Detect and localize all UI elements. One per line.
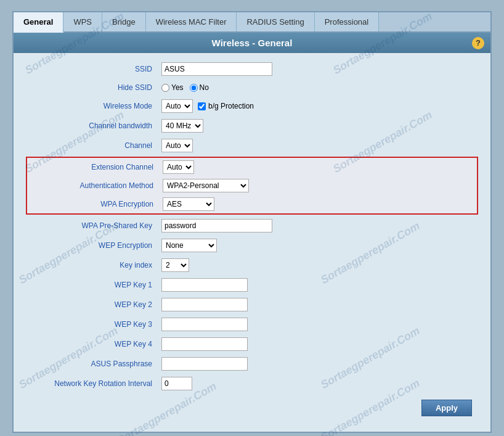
tab-general[interactable]: General bbox=[14, 12, 63, 33]
wep-key2-input[interactable] bbox=[161, 298, 248, 311]
wep-key1-input[interactable] bbox=[161, 278, 248, 292]
main-container: General WPS Bridge Wireless MAC Filter R… bbox=[12, 11, 492, 433]
wep-key2-label: WEP Key 2 bbox=[26, 300, 161, 309]
hide-ssid-no-text: No bbox=[200, 83, 209, 92]
bg-protection-text: b/g Protection bbox=[208, 102, 254, 110]
ssid-label: SSID bbox=[26, 65, 161, 73]
hide-ssid-label: Hide SSID bbox=[26, 83, 161, 92]
hide-ssid-yes-label[interactable]: Yes bbox=[161, 83, 184, 92]
channel-label: Channel bbox=[26, 141, 161, 150]
channel-bandwidth-control: 40 MHz 20 MHz bbox=[161, 119, 203, 133]
hide-ssid-yes-radio[interactable] bbox=[161, 84, 169, 92]
network-key-rotation-control bbox=[161, 377, 192, 390]
channel-bandwidth-row: Channel bandwidth 40 MHz 20 MHz bbox=[26, 116, 478, 136]
help-icon[interactable]: ? bbox=[472, 37, 484, 49]
wep-encryption-select[interactable]: None 64-bit 128-bit bbox=[161, 239, 217, 252]
tab-radius-setting[interactable]: RADIUS Setting bbox=[237, 12, 314, 31]
auth-method-control: WPA2-Personal Open System Shared Key WPA… bbox=[163, 179, 249, 192]
key-index-label: Key index bbox=[26, 261, 161, 269]
wep-key2-control bbox=[161, 298, 248, 311]
bg-protection-label[interactable]: b/g Protection bbox=[198, 102, 254, 110]
wep-key4-control bbox=[161, 337, 248, 351]
page-title: Wireless - General bbox=[212, 38, 293, 48]
wpa-preshared-key-control bbox=[161, 219, 272, 232]
hide-ssid-no-label[interactable]: No bbox=[190, 83, 209, 92]
wpa-encryption-select[interactable]: AES TKIP TKIP+AES bbox=[163, 197, 214, 211]
hide-ssid-no-radio[interactable] bbox=[190, 84, 198, 92]
apply-button[interactable]: Apply bbox=[421, 400, 472, 416]
auth-method-select[interactable]: WPA2-Personal Open System Shared Key WPA… bbox=[163, 179, 249, 192]
wpa-preshared-key-row: WPA Pre-Shared Key bbox=[26, 216, 478, 236]
asus-passphrase-label: ASUS Passphrase bbox=[26, 360, 161, 368]
key-index-row: Key index 2 1 3 4 bbox=[26, 255, 478, 275]
wep-key4-row: WEP Key 4 bbox=[26, 334, 478, 354]
network-key-rotation-label: Network Key Rotation Interval bbox=[26, 379, 161, 388]
wireless-mode-row: Wireless Mode Auto b/g Protection bbox=[26, 96, 478, 116]
extension-channel-control: Auto bbox=[163, 160, 194, 174]
hide-ssid-yes-text: Yes bbox=[171, 83, 184, 92]
channel-bandwidth-label: Channel bandwidth bbox=[26, 121, 161, 130]
hide-ssid-row: Hide SSID Yes No bbox=[26, 79, 478, 96]
wpa-encryption-row: WPA Encryption AES TKIP TKIP+AES bbox=[27, 195, 477, 213]
wep-key3-control bbox=[161, 318, 248, 331]
ssid-control bbox=[161, 62, 272, 76]
tab-wireless-mac-filter[interactable]: Wireless MAC Filter bbox=[146, 12, 237, 31]
content-area: SSID Hide SSID Yes No Wireless Mode bbox=[14, 53, 490, 432]
bg-protection-checkbox[interactable] bbox=[198, 102, 206, 110]
wpa-preshared-key-input[interactable] bbox=[161, 219, 272, 232]
tab-wps[interactable]: WPS bbox=[63, 12, 102, 31]
wep-key4-label: WEP Key 4 bbox=[26, 340, 161, 348]
tab-bridge[interactable]: Bridge bbox=[102, 12, 146, 31]
network-key-rotation-input[interactable] bbox=[161, 377, 192, 390]
wpa-preshared-key-label: WPA Pre-Shared Key bbox=[26, 221, 161, 230]
extension-channel-row: Extension Channel Auto bbox=[27, 158, 477, 176]
channel-row: Channel Auto bbox=[26, 136, 478, 155]
wep-key3-row: WEP Key 3 bbox=[26, 315, 478, 334]
wpa-encryption-control: AES TKIP TKIP+AES bbox=[163, 197, 214, 211]
asus-passphrase-input[interactable] bbox=[161, 357, 248, 371]
network-key-rotation-row: Network Key Rotation Interval bbox=[26, 374, 478, 393]
auth-method-label: Authentication Method bbox=[27, 181, 163, 190]
wpa-encryption-label: WPA Encryption bbox=[27, 200, 163, 208]
hide-ssid-control: Yes No bbox=[161, 83, 209, 92]
ssid-input[interactable] bbox=[161, 62, 272, 76]
wep-key2-row: WEP Key 2 bbox=[26, 295, 478, 315]
tab-bar: General WPS Bridge Wireless MAC Filter R… bbox=[14, 12, 490, 33]
wep-key1-label: WEP Key 1 bbox=[26, 281, 161, 289]
wep-key1-control bbox=[161, 278, 248, 292]
extension-channel-select[interactable]: Auto bbox=[163, 160, 194, 174]
tab-professional[interactable]: Professional bbox=[315, 12, 380, 31]
ssid-row: SSID bbox=[26, 59, 478, 79]
channel-select[interactable]: Auto bbox=[161, 139, 193, 152]
asus-passphrase-control bbox=[161, 357, 248, 371]
wep-key3-label: WEP Key 3 bbox=[26, 320, 161, 329]
channel-control: Auto bbox=[161, 139, 193, 152]
button-area: Apply bbox=[26, 393, 478, 419]
wep-key1-row: WEP Key 1 bbox=[26, 275, 478, 295]
asus-passphrase-row: ASUS Passphrase bbox=[26, 354, 478, 374]
highlighted-section: Extension Channel Auto Authentication Me… bbox=[26, 157, 478, 215]
wireless-mode-label: Wireless Mode bbox=[26, 102, 161, 110]
channel-bandwidth-select[interactable]: 40 MHz 20 MHz bbox=[161, 119, 203, 133]
page-title-bar: Wireless - General ? bbox=[14, 33, 490, 53]
wep-encryption-row: WEP Encryption None 64-bit 128-bit bbox=[26, 236, 478, 255]
auth-method-row: Authentication Method WPA2-Personal Open… bbox=[27, 176, 477, 195]
wep-encryption-label: WEP Encryption bbox=[26, 241, 161, 250]
key-index-control: 2 1 3 4 bbox=[161, 258, 189, 272]
wep-encryption-control: None 64-bit 128-bit bbox=[161, 239, 217, 252]
extension-channel-label: Extension Channel bbox=[27, 163, 163, 171]
wep-key4-input[interactable] bbox=[161, 337, 248, 351]
wireless-mode-control: Auto b/g Protection bbox=[161, 99, 254, 113]
wep-key3-input[interactable] bbox=[161, 318, 248, 331]
wireless-mode-select[interactable]: Auto bbox=[161, 99, 193, 113]
key-index-select[interactable]: 2 1 3 4 bbox=[161, 258, 189, 272]
